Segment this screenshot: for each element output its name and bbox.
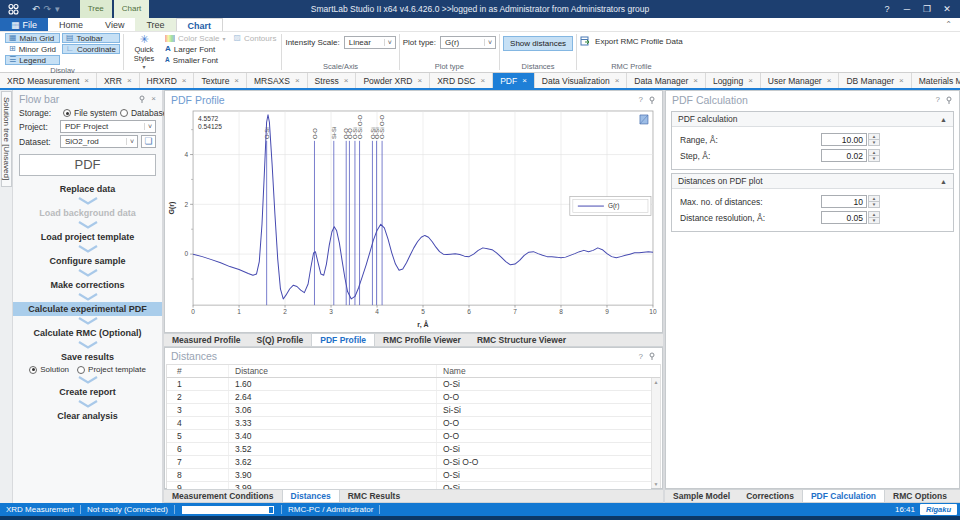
tab-close-icon[interactable]: × xyxy=(295,76,300,85)
flow-step-replace-data[interactable]: Replace data xyxy=(13,182,162,196)
quick-styles-button[interactable]: ✳ Quick Styles ▾ xyxy=(127,33,161,70)
table-row[interactable]: 83.90O-Si xyxy=(167,469,651,482)
document-tab-data-visualization[interactable]: Data Visualization× xyxy=(535,73,628,88)
radio-project-template[interactable]: Project template xyxy=(77,365,146,374)
tab-measurement-conditions[interactable]: Measurement Conditions xyxy=(164,490,282,502)
flow-step-make-corrections[interactable]: Make corrections xyxy=(13,278,162,292)
tab-pdf-calculation[interactable]: PDF Calculation xyxy=(802,490,885,502)
tab-measured-profile[interactable]: Measured Profile xyxy=(164,334,249,346)
ribbon-button-coordinate[interactable]: ∟Coordinate xyxy=(62,44,120,54)
document-tab-powder-xrd[interactable]: Powder XRD× xyxy=(356,73,430,88)
document-tab-hrxrd[interactable]: HRXRD× xyxy=(140,73,195,88)
spinner-down-icon[interactable]: ▼ xyxy=(868,202,880,208)
document-tab-db-manager[interactable]: DB Manager× xyxy=(839,73,911,88)
collapse-icon[interactable]: ▲ xyxy=(940,116,947,123)
pin-icon[interactable] xyxy=(648,352,656,360)
collapse-icon[interactable]: ▲ xyxy=(940,178,947,185)
radio-file-system[interactable]: File system xyxy=(63,108,117,118)
minimize-icon[interactable]: ─ xyxy=(898,4,916,14)
section-header[interactable]: Distances on PDF plot▲ xyxy=(672,174,953,189)
tab-home[interactable]: Home xyxy=(48,18,94,31)
help-icon[interactable]: ? xyxy=(639,352,643,361)
show-distances-button[interactable]: Show distances xyxy=(503,36,573,51)
tab-corrections[interactable]: Corrections xyxy=(738,490,802,502)
flow-step-clear-analysis[interactable]: Clear analysis xyxy=(13,409,162,423)
tab-pdf-profile[interactable]: PDF Profile xyxy=(311,334,375,346)
spinner-up-icon[interactable]: ▲ xyxy=(868,195,880,202)
file-menu-button[interactable]: ▦File xyxy=(0,18,48,31)
radio-database[interactable]: Database xyxy=(120,108,167,118)
tab-close-icon[interactable]: × xyxy=(748,76,753,85)
pin-icon[interactable] xyxy=(138,95,146,103)
new-dataset-icon[interactable]: ❏ xyxy=(141,135,156,148)
table-scrollbar[interactable]: ▲▼ xyxy=(651,378,660,488)
ribbon-button-legend[interactable]: ☰Legend xyxy=(5,55,60,65)
contextual-group-chart[interactable]: Chart xyxy=(114,0,150,18)
document-tab-data-manager[interactable]: Data Manager× xyxy=(627,73,706,88)
document-tab-pdf[interactable]: PDF× xyxy=(493,73,535,88)
larger-font-button[interactable]: A Larger Font xyxy=(163,44,227,54)
radio-solution[interactable]: Solution xyxy=(29,365,69,374)
tab-rmc-results[interactable]: RMC Results xyxy=(340,490,408,502)
undo-icon[interactable]: ↶ xyxy=(32,4,40,14)
pin-icon[interactable] xyxy=(945,96,953,104)
ribbon-button-minor-grid[interactable]: ⊞Minor Grid xyxy=(5,44,60,54)
restore-icon[interactable]: ❐ xyxy=(918,4,936,14)
scroll-down-icon[interactable]: ▼ xyxy=(654,481,659,487)
document-tab-texture[interactable]: Texture× xyxy=(194,73,247,88)
document-tab-stress[interactable]: Stress× xyxy=(308,73,357,88)
document-tab-xrr[interactable]: XRR× xyxy=(97,73,140,88)
column-header[interactable]: # xyxy=(167,365,229,377)
tab-close-icon[interactable]: × xyxy=(418,76,423,85)
spinner-up-icon[interactable]: ▲ xyxy=(868,149,880,156)
tab-sample-model[interactable]: Sample Model xyxy=(665,490,738,502)
table-row[interactable]: 33.06Si-Si xyxy=(167,404,651,417)
flow-step-create-report[interactable]: Create report xyxy=(13,385,162,399)
document-tab-xrd-measurement[interactable]: XRD Measurement× xyxy=(0,73,97,88)
spinner-down-icon[interactable]: ▼ xyxy=(868,156,880,162)
close-icon[interactable]: × xyxy=(151,94,156,103)
tab-rmc-structure-viewer[interactable]: RMC Structure Viewer xyxy=(469,334,574,346)
tab-distances[interactable]: Distances xyxy=(282,490,340,502)
spinner-up-icon[interactable]: ▲ xyxy=(868,211,880,218)
flow-step-configure-sample[interactable]: Configure sample xyxy=(13,254,162,268)
tab-close-icon[interactable]: × xyxy=(182,76,187,85)
scroll-up-icon[interactable]: ▲ xyxy=(654,379,659,385)
tab-close-icon[interactable]: × xyxy=(344,76,349,85)
export-rmc-profile-button[interactable]: Export RMC Profile Data xyxy=(580,36,683,47)
pin-icon[interactable] xyxy=(648,96,656,104)
collapse-ribbon-icon[interactable]: ⌃ xyxy=(937,18,960,31)
tab-close-icon[interactable]: × xyxy=(899,76,904,85)
tab-close-icon[interactable]: × xyxy=(84,76,89,85)
close-icon[interactable]: ✕ xyxy=(938,4,956,14)
tab-chart[interactable]: Chart xyxy=(176,18,224,31)
tab-tree[interactable]: Tree xyxy=(135,18,175,31)
help-icon[interactable]: ? xyxy=(936,95,940,104)
tab-close-icon[interactable]: × xyxy=(234,76,239,85)
spinner-up-icon[interactable]: ▲ xyxy=(868,133,880,140)
tab-close-icon[interactable]: × xyxy=(693,76,698,85)
field-input[interactable]: 10.00 xyxy=(821,133,867,146)
qat-caret-icon[interactable]: ▾ xyxy=(55,4,60,14)
section-header[interactable]: PDF calculation▲ xyxy=(672,112,953,127)
tab-close-icon[interactable]: × xyxy=(827,76,832,85)
flow-step-calculate-rmc-optional[interactable]: Calculate RMC (Optional) xyxy=(13,326,162,340)
table-row[interactable]: 11.60O-Si xyxy=(167,378,651,391)
tab-close-icon[interactable]: × xyxy=(522,76,527,85)
flow-step-calculate-experimental-pdf[interactable]: Calculate experimental PDF xyxy=(13,302,162,316)
table-row[interactable]: 73.62O-Si O-O xyxy=(167,456,651,469)
field-input[interactable]: 0.05 xyxy=(821,211,867,224)
tab-close-icon[interactable]: × xyxy=(127,76,132,85)
ribbon-button-main-grid[interactable]: ▦Main Grid xyxy=(5,33,60,43)
status-module[interactable]: XRD Measurement xyxy=(0,505,80,514)
help-icon[interactable]: ? xyxy=(639,95,643,104)
field-input[interactable]: 0.02 xyxy=(821,149,867,162)
document-tab-mrsaxs[interactable]: MRSAXS× xyxy=(247,73,308,88)
plot-type-select[interactable]: G(r) ˅ xyxy=(440,36,496,49)
project-select[interactable]: PDF Project ˅ xyxy=(60,120,156,133)
spinner-down-icon[interactable]: ▼ xyxy=(868,140,880,146)
redo-icon[interactable]: ↷ xyxy=(44,4,52,14)
field-input[interactable]: 10 xyxy=(821,195,867,208)
dataset-select[interactable]: SiO2_rod ˅ xyxy=(60,135,138,148)
intensity-scale-select[interactable]: Linear ˅ xyxy=(344,36,396,49)
